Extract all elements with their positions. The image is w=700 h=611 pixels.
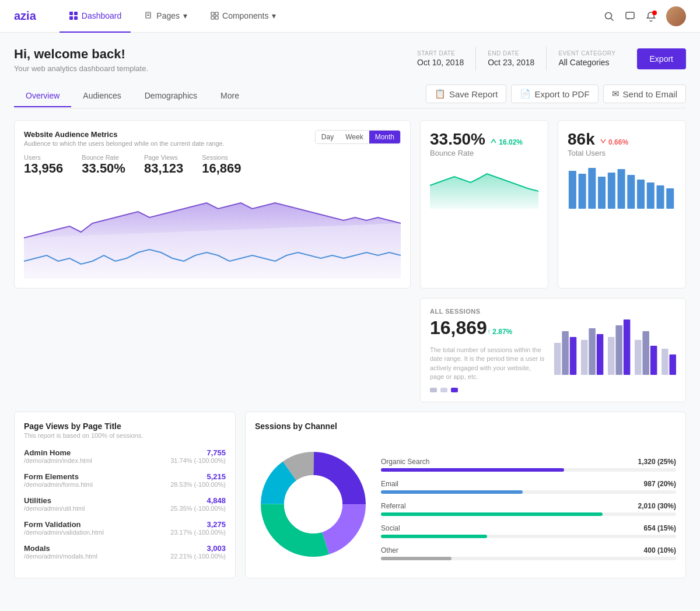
- dashboard-icon: [69, 11, 78, 20]
- metric-users-value: 13,956: [24, 161, 63, 176]
- list-item: Form Validation 3,275 /demo/admin/valida…: [24, 520, 226, 536]
- pv-name-1: Form Elements: [24, 472, 79, 481]
- pages-icon: [145, 12, 153, 20]
- send-email-button[interactable]: ✉ Send to Email: [603, 85, 686, 103]
- sessions-change: ↑ 2.87%: [487, 328, 512, 336]
- export-button[interactable]: Export: [637, 48, 686, 69]
- channel-name-2: Referral: [381, 502, 406, 510]
- svg-point-44: [284, 475, 342, 533]
- metric-bounce-label: Bounce Rate: [82, 154, 125, 161]
- metric-pageviews-value: 83,123: [144, 161, 183, 176]
- svg-rect-35: [642, 331, 649, 375]
- pv-pct-2: 25.35% (-100.00%): [170, 505, 226, 512]
- bounce-rate-change: 16.02%: [490, 138, 523, 146]
- svg-rect-17: [598, 177, 606, 209]
- pv-pct-1: 28.53% (-100.00%): [170, 481, 226, 488]
- search-icon[interactable]: [603, 10, 615, 22]
- legend-dot-1: [430, 388, 437, 392]
- svg-rect-21: [637, 180, 645, 209]
- list-item: Utilities 4,848 /demo/admin/util.html 25…: [24, 496, 226, 512]
- svg-rect-9: [211, 16, 214, 19]
- nav-pages[interactable]: Pages ▾: [135, 0, 197, 33]
- total-users-label: Total Users: [568, 149, 676, 157]
- start-date-filter[interactable]: START DATE Oct 10, 2018: [405, 47, 475, 71]
- components-chevron: ▾: [272, 11, 276, 20]
- svg-rect-38: [669, 354, 676, 375]
- tab-overview[interactable]: Overview: [14, 85, 71, 107]
- svg-rect-15: [579, 174, 586, 209]
- channel-name-0: Organic Search: [381, 458, 429, 466]
- list-item: Referral 2,010 (30%): [381, 502, 676, 516]
- notification-icon[interactable]: [645, 10, 657, 22]
- svg-rect-1: [74, 12, 78, 15]
- svg-rect-25: [554, 343, 561, 375]
- event-category-filter[interactable]: EVENT CATEGORY All Categories: [546, 47, 627, 71]
- month-button[interactable]: Month: [369, 131, 400, 143]
- channel-value-1: 987 (20%): [644, 480, 676, 488]
- total-users-down-icon: [600, 138, 607, 145]
- avatar[interactable]: [666, 6, 686, 26]
- chat-icon[interactable]: [624, 10, 636, 22]
- total-users-card: 86k 0.66% Total Users: [558, 120, 686, 289]
- metrics-title: Website Audience Metrics: [24, 130, 225, 139]
- svg-rect-19: [618, 169, 625, 209]
- tab-more[interactable]: More: [209, 85, 251, 107]
- channel-value-3: 654 (15%): [644, 524, 676, 532]
- channel-value-0: 1,320 (25%): [638, 458, 676, 466]
- svg-rect-34: [635, 340, 642, 375]
- svg-rect-37: [662, 349, 668, 375]
- svg-rect-20: [627, 175, 635, 209]
- metric-bounce-value: 33.50%: [82, 161, 125, 176]
- channel-bar-0: [381, 468, 564, 472]
- metric-page-views: Page Views 83,123: [144, 154, 183, 176]
- total-users-value: 86k: [568, 130, 595, 149]
- components-icon: [211, 12, 219, 20]
- nav-icons: [603, 6, 686, 26]
- list-item: Other 400 (10%): [381, 546, 676, 560]
- nav-dashboard[interactable]: Dashboard: [60, 0, 131, 33]
- metric-users: Users 13,956: [24, 154, 63, 176]
- sessions-description: The total number of sessions within the …: [430, 346, 546, 382]
- tab-demographics[interactable]: Demographics: [133, 85, 209, 107]
- page-title: Hi, welcome back!: [14, 47, 148, 62]
- nav-components[interactable]: Components ▾: [201, 0, 285, 33]
- page-views-title: Page Views by Page Title: [24, 422, 226, 431]
- tab-audiences[interactable]: Audiences: [71, 85, 132, 107]
- pages-chevron: ▾: [183, 11, 187, 20]
- list-item: Social 654 (15%): [381, 524, 676, 538]
- channel-name-4: Other: [381, 546, 398, 554]
- total-users-change: 0.66%: [600, 138, 628, 146]
- pv-value-2: 4,848: [206, 496, 226, 505]
- pv-value-3: 3,275: [206, 520, 226, 529]
- end-date-filter[interactable]: END DATE Oct 23, 2018: [475, 47, 546, 71]
- metric-bounce-rate: Bounce Rate 33.50%: [82, 154, 125, 176]
- list-item: Modals 3,003 /demo/admin/modals.html 22.…: [24, 544, 226, 560]
- sessions-by-channel-card: Sessions by Channel: [245, 412, 686, 578]
- svg-rect-14: [569, 171, 576, 209]
- pv-path-4: /demo/admin/modals.html: [24, 553, 97, 560]
- svg-rect-24: [666, 188, 674, 209]
- pv-path-1: /demo/admin/forms.html: [24, 481, 93, 488]
- save-report-button[interactable]: 📋 Save Report: [426, 85, 506, 103]
- send-email-icon: ✉: [612, 89, 620, 99]
- pv-path-0: /demo/admin/index.html: [24, 457, 92, 464]
- bounce-rate-up-icon: [490, 138, 497, 145]
- bounce-rate-chart: [430, 162, 538, 209]
- bounce-rate-card: 33.50% 16.02% Bounce Rate: [420, 120, 548, 289]
- pv-value-4: 3,003: [206, 544, 226, 553]
- brand-logo[interactable]: azia: [14, 9, 36, 23]
- channel-list: Organic Search 1,320 (25%) Email: [381, 440, 676, 568]
- svg-point-11: [606, 12, 612, 19]
- sessions-bar-chart: [553, 308, 676, 378]
- day-button[interactable]: Day: [316, 131, 340, 143]
- main-grid: Website Audience Metrics Audience to whi…: [14, 120, 686, 402]
- svg-rect-29: [589, 328, 596, 375]
- svg-rect-27: [570, 337, 577, 375]
- pv-path-2: /demo/admin/util.html: [24, 505, 85, 512]
- channel-bar-2: [381, 512, 603, 516]
- svg-rect-31: [608, 337, 615, 375]
- page-views-card: Page Views by Page Title This report is …: [14, 412, 236, 578]
- week-button[interactable]: Week: [340, 131, 369, 143]
- export-pdf-button[interactable]: 📄 Export to PDF: [511, 85, 598, 103]
- svg-rect-36: [650, 346, 657, 375]
